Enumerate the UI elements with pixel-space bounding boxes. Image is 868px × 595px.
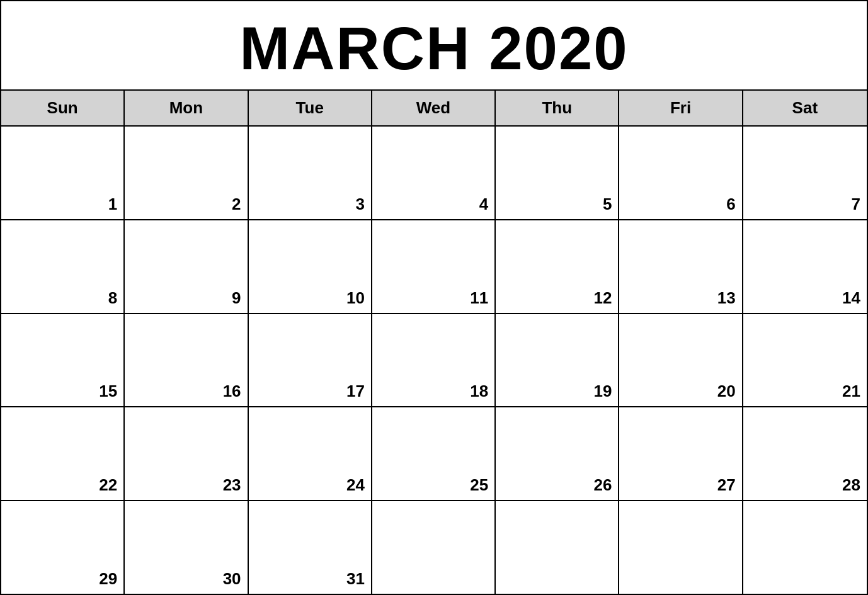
day-cell: 18 <box>372 314 496 407</box>
calendar: MARCH 2020 SunMonTueWedThuFriSat 1234567… <box>0 0 868 595</box>
day-number: 20 <box>717 382 736 401</box>
day-number: 4 <box>479 195 488 214</box>
day-cell <box>743 501 867 594</box>
day-header-fri: Fri <box>619 91 743 125</box>
day-cell: 12 <box>496 220 619 313</box>
day-cell <box>496 501 619 594</box>
day-cell: 15 <box>1 314 125 407</box>
day-header-sat: Sat <box>743 91 867 125</box>
day-number: 27 <box>717 475 736 495</box>
week-row-2: 891011121314 <box>1 220 867 314</box>
day-cell: 11 <box>372 220 496 313</box>
day-cell: 16 <box>125 314 248 407</box>
day-number: 25 <box>470 475 488 495</box>
day-number: 1 <box>108 195 117 214</box>
day-cell: 5 <box>496 127 619 219</box>
day-number: 21 <box>842 382 860 401</box>
day-headers-row: SunMonTueWedThuFriSat <box>1 91 867 127</box>
day-number: 10 <box>346 288 365 308</box>
day-cell: 8 <box>1 220 125 313</box>
day-cell: 24 <box>249 407 372 500</box>
day-header-thu: Thu <box>496 91 619 125</box>
day-number: 29 <box>99 569 117 589</box>
week-row-3: 15161718192021 <box>1 314 867 408</box>
day-cell: 3 <box>249 127 372 219</box>
day-number: 15 <box>99 382 117 401</box>
day-cell: 6 <box>619 127 743 219</box>
day-cell: 19 <box>496 314 619 407</box>
day-cell: 22 <box>1 407 125 500</box>
day-cell: 21 <box>743 314 867 407</box>
day-cell: 14 <box>743 220 867 313</box>
day-number: 19 <box>594 382 612 401</box>
day-cell: 20 <box>619 314 743 407</box>
day-number: 8 <box>108 288 117 308</box>
day-cell: 17 <box>249 314 372 407</box>
day-number: 6 <box>726 195 735 214</box>
day-number: 13 <box>717 288 736 308</box>
day-cell: 23 <box>125 407 248 500</box>
day-cell: 28 <box>743 407 867 500</box>
day-number: 24 <box>346 475 365 495</box>
day-cell: 7 <box>743 127 867 219</box>
day-cell: 4 <box>372 127 496 219</box>
weeks-container: 1234567891011121314151617181920212223242… <box>1 127 867 594</box>
day-number: 30 <box>223 569 241 589</box>
day-number: 26 <box>594 475 612 495</box>
day-cell: 31 <box>249 501 372 594</box>
day-number: 12 <box>594 288 612 308</box>
day-number: 28 <box>842 475 860 495</box>
day-cell: 2 <box>125 127 248 219</box>
day-cell: 26 <box>496 407 619 500</box>
day-number: 22 <box>99 475 117 495</box>
day-number: 14 <box>842 288 860 308</box>
day-cell: 29 <box>1 501 125 594</box>
day-number: 2 <box>232 195 241 214</box>
day-header-mon: Mon <box>125 91 248 125</box>
calendar-title: MARCH 2020 <box>1 1 867 91</box>
day-number: 3 <box>355 195 364 214</box>
day-cell: 30 <box>125 501 248 594</box>
day-header-wed: Wed <box>372 91 496 125</box>
day-number: 23 <box>223 475 241 495</box>
day-cell <box>372 501 496 594</box>
day-number: 18 <box>470 382 488 401</box>
day-cell: 1 <box>1 127 125 219</box>
day-header-tue: Tue <box>249 91 372 125</box>
day-cell: 10 <box>249 220 372 313</box>
week-row-5: 293031 <box>1 501 867 594</box>
day-cell: 25 <box>372 407 496 500</box>
day-number: 7 <box>852 195 860 214</box>
day-cell: 13 <box>619 220 743 313</box>
week-row-1: 1234567 <box>1 127 867 220</box>
day-cell <box>619 501 743 594</box>
day-cell: 27 <box>619 407 743 500</box>
day-number: 17 <box>346 382 365 401</box>
day-number: 31 <box>346 569 365 589</box>
day-header-sun: Sun <box>1 91 125 125</box>
day-number: 9 <box>232 288 241 308</box>
calendar-grid: SunMonTueWedThuFriSat 123456789101112131… <box>1 91 867 594</box>
day-number: 16 <box>223 382 241 401</box>
week-row-4: 22232425262728 <box>1 407 867 501</box>
day-number: 5 <box>603 195 612 214</box>
day-cell: 9 <box>125 220 248 313</box>
day-number: 11 <box>470 288 488 308</box>
